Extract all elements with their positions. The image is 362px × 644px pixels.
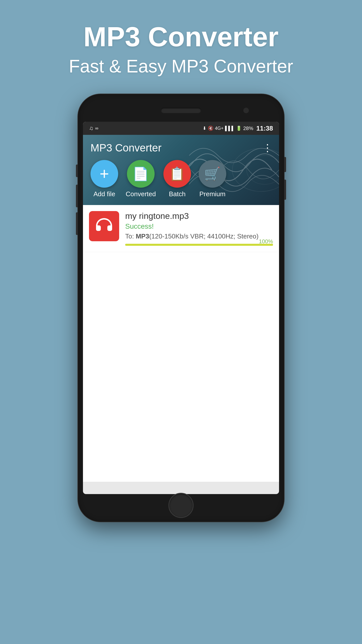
battery-level: 28% [243,126,253,131]
headphone-icon [94,216,114,236]
batch-button[interactable]: 📋 Batch [163,160,191,198]
bottom-bezel [83,494,279,517]
status-right-icons: ⬇ 🔇 4G+ ▌▌▌ 🔋 28% 11:38 [203,125,273,132]
front-camera [243,108,249,113]
more-menu-button[interactable]: ⋮ [262,142,273,153]
content-area: my ringtone.mp3 Success! To: MP3(120-150… [83,205,279,482]
app-header: MP3 Converter ⋮ + Add file 📄 Converted [83,135,279,205]
add-file-icon-circle: + [90,160,118,188]
signal-icon: ▌▌▌ [225,126,235,131]
converted-label: Converted [126,190,156,198]
converted-button[interactable]: 📄 Converted [126,160,156,198]
status-left-icons: ♫ ∞ [89,125,98,132]
premium-icon-circle: 🛒 [199,160,226,188]
music-icon: ♫ [89,125,93,132]
add-file-button[interactable]: + Add file [90,160,118,198]
progress-bar-fill [125,244,273,246]
volume-down-button [76,185,78,207]
speaker [161,108,201,113]
file-item[interactable]: my ringtone.mp3 Success! To: MP3(120-150… [83,205,279,252]
page-header: MP3 Converter Fast & Easy MP3 Converter [69,0,293,76]
top-bezel [83,99,279,122]
batch-label: Batch [169,190,186,198]
premium-label: Premium [199,190,225,198]
battery-icon: 🔋 [236,126,242,131]
file-format: MP3 [136,232,149,240]
file-specs: (120-150Kb/s VBR; 44100Hz; Stereo) [149,232,258,240]
converted-icon-circle: 📄 [127,160,155,188]
file-info: my ringtone.mp3 Success! To: MP3(120-150… [125,211,273,246]
progress-label: 100% [259,238,273,245]
phone-screen: ♫ ∞ ⬇ 🔇 4G+ ▌▌▌ 🔋 28% 11:38 [83,122,279,494]
cart-icon: 🛒 [204,166,220,182]
page-subtitle: Fast & Easy MP3 Converter [69,56,293,76]
batch-icon-circle: 📋 [163,160,191,188]
loop-icon: ∞ [95,126,99,131]
file-icon-box [89,211,119,241]
file-status: Success! [125,222,273,230]
silent-button [76,212,78,235]
network-icon: 4G+ [215,126,224,131]
to-label: To: [125,232,136,240]
power-button [284,157,286,172]
file-name: my ringtone.mp3 [125,211,273,221]
status-time: 11:38 [256,125,273,132]
plus-icon: + [100,165,109,183]
action-buttons-row: + Add file 📄 Converted 📋 Batch [90,160,272,200]
progress-bar-container: 100% [125,244,273,246]
phone-frame: ♫ ∞ ⬇ 🔇 4G+ ▌▌▌ 🔋 28% 11:38 [78,94,284,522]
download-icon: ⬇ [203,126,206,131]
home-button[interactable] [168,493,194,518]
status-bar: ♫ ∞ ⬇ 🔇 4G+ ▌▌▌ 🔋 28% 11:38 [83,122,279,135]
list-add-icon: 📋 [169,166,185,182]
volume-up-button [76,165,78,177]
page-title: MP3 Converter [69,20,293,53]
premium-button[interactable]: 🛒 Premium [199,160,226,198]
mute-icon: 🔇 [208,126,213,131]
app-title: MP3 Converter [90,142,272,154]
document-check-icon: 📄 [132,166,149,182]
volume-button-right [284,180,286,200]
add-file-label: Add file [94,190,115,198]
file-details: To: MP3(120-150Kb/s VBR; 44100Hz; Stereo… [125,232,273,240]
